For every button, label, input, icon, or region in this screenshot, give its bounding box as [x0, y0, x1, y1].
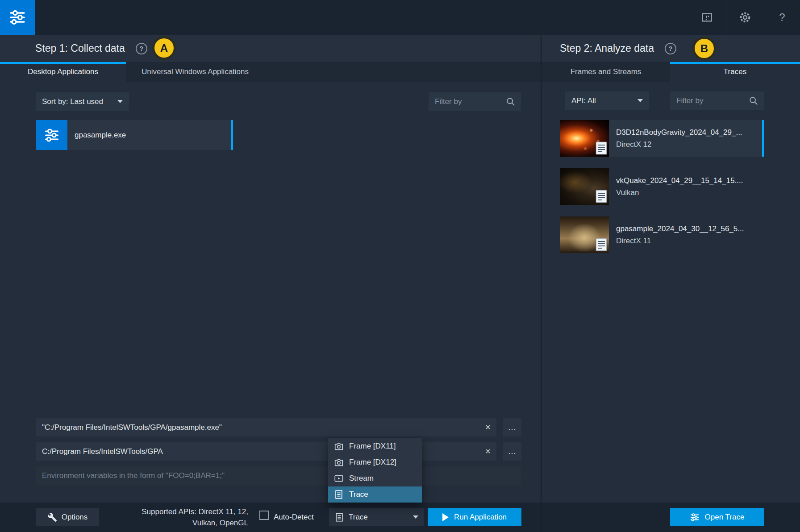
menu-item-label: Stream	[349, 474, 374, 483]
play-icon	[442, 513, 449, 521]
app-logo[interactable]	[0, 0, 35, 35]
step1-badge: A	[152, 36, 176, 60]
app-filter	[429, 92, 521, 111]
trace-item-gpasample[interactable]: gpasample_2024_04_30__12_56_5... DirectX…	[560, 216, 764, 253]
run-application-button[interactable]: Run Application	[428, 508, 521, 526]
settings-button[interactable]	[726, 0, 764, 35]
gpa-sliders-icon	[44, 127, 60, 143]
environment-variables-input[interactable]	[36, 471, 521, 480]
trace-document-icon	[334, 490, 344, 499]
app-filter-input[interactable]	[434, 97, 506, 107]
analyze-tabstrip: Frames and Streams Traces	[542, 62, 800, 82]
tab-universal-windows-applications[interactable]: Universal Windows Applications	[126, 62, 264, 82]
collect-tabstrip: Desktop Applications Universal Windows A…	[0, 62, 541, 82]
gpa-sliders-icon	[8, 8, 26, 26]
launch-section-divider	[0, 406, 541, 406]
trace-filter	[670, 91, 764, 110]
chevron-down-icon	[638, 99, 643, 102]
top-bar: ?	[0, 0, 800, 35]
api-filter-dropdown[interactable]: API: All	[565, 91, 649, 110]
menu-item-stream[interactable]: Stream	[328, 470, 422, 486]
browse-working-directory-button[interactable]: ...	[503, 442, 521, 461]
tab-label: Traces	[724, 67, 746, 76]
trace-document-icon	[334, 512, 344, 522]
trace-meta: D3D12nBodyGravity_2024_04_29_... DirectX…	[616, 120, 742, 157]
supported-apis-line1: Supported APIs: DirectX 11, 12,	[137, 506, 248, 517]
tab-label: Desktop Applications	[28, 67, 98, 76]
trace-api: DirectX 12	[616, 140, 742, 149]
chevron-down-icon	[117, 100, 123, 103]
open-trace-icon	[690, 512, 700, 522]
step1-help-icon[interactable]: ?	[136, 43, 147, 54]
clear-executable-path-button[interactable]: ✕	[479, 423, 496, 432]
step2-header: Step 2: Analyze data ?	[542, 35, 800, 62]
trace-meta: vkQuake_2024_04_29__15_14_15.... Vulkan	[616, 168, 743, 205]
trace-filter-input[interactable]	[675, 96, 749, 106]
launch-mode-dropdown[interactable]: Trace	[329, 508, 424, 526]
trace-api: Vulkan	[616, 188, 743, 197]
step2-badge: B	[692, 37, 716, 60]
film-icon	[334, 474, 344, 483]
tab-label: Frames and Streams	[571, 67, 642, 76]
launch-mode-menu: Frame [DX11] Frame [DX12] Stream Tra	[328, 438, 422, 503]
step2-title: Step 2: Analyze data	[560, 42, 654, 54]
working-directory-field: ✕	[36, 442, 496, 461]
menu-item-frame-dx11[interactable]: Frame [DX11]	[328, 438, 422, 454]
help-icon: ?	[779, 11, 785, 24]
app-list-item-gpasample[interactable]: gpasample.exe	[36, 120, 233, 150]
app-name: gpasample.exe	[75, 131, 126, 140]
clear-working-directory-button[interactable]: ✕	[479, 447, 496, 456]
search-icon	[506, 97, 516, 107]
api-filter-label: API: All	[571, 96, 596, 105]
trace-file-icon	[596, 238, 607, 251]
chevron-down-icon	[413, 515, 418, 519]
intel-gpa-window: ? Step 1: Collect data ? A Step 2: Analy…	[0, 0, 800, 532]
trace-item-vkquake[interactable]: vkQuake_2024_04_29__15_14_15.... Vulkan	[560, 168, 764, 205]
trace-name: D3D12nBodyGravity_2024_04_29_...	[616, 128, 742, 137]
auto-detect-checkbox[interactable]	[259, 511, 269, 520]
trace-name: gpasample_2024_04_30__12_56_5...	[616, 224, 744, 233]
trace-meta: gpasample_2024_04_30__12_56_5... DirectX…	[616, 216, 744, 253]
environment-variables-field	[36, 466, 521, 485]
options-button[interactable]: Options	[36, 508, 99, 526]
auto-detect-label: Auto-Detect	[274, 503, 314, 532]
executable-path-input[interactable]	[36, 423, 479, 432]
launch-mode-label: Trace	[349, 513, 368, 522]
executable-path-field: ✕	[36, 418, 496, 436]
wrench-icon	[47, 512, 57, 522]
app-icon	[36, 120, 67, 150]
supported-apis-text: Supported APIs: DirectX 11, 12, Vulkan, …	[137, 506, 248, 528]
search-icon	[749, 96, 758, 106]
bottom-toolbar: Options Supported APIs: DirectX 11, 12, …	[0, 503, 800, 532]
menu-item-frame-dx12[interactable]: Frame [DX12]	[328, 454, 422, 470]
supported-apis-line2: Vulkan, OpenGL	[137, 517, 248, 528]
step1-header: Step 1: Collect data ?	[0, 35, 541, 62]
open-trace-button[interactable]: Open Trace	[670, 508, 764, 526]
trace-name: vkQuake_2024_04_29__15_14_15....	[616, 176, 743, 185]
camera-icon	[334, 441, 344, 451]
gear-icon	[739, 11, 751, 24]
trace-file-icon	[596, 190, 607, 203]
feedback-button[interactable]	[688, 0, 726, 35]
trace-item-d3d12nbodygravity[interactable]: D3D12nBodyGravity_2024_04_29_... DirectX…	[560, 120, 764, 157]
menu-item-label: Trace	[349, 490, 368, 499]
run-application-label: Run Application	[454, 513, 507, 522]
browse-executable-button[interactable]: ...	[503, 418, 521, 436]
trace-thumbnail	[560, 120, 609, 157]
menu-item-label: Frame [DX11]	[349, 442, 396, 451]
tab-traces[interactable]: Traces	[670, 62, 800, 82]
camera-icon	[334, 457, 344, 467]
tab-frames-and-streams[interactable]: Frames and Streams	[542, 62, 670, 82]
step2-help-icon[interactable]: ?	[665, 43, 676, 54]
sort-by-label: Sort by: Last used	[42, 97, 103, 106]
menu-item-trace[interactable]: Trace	[328, 486, 422, 503]
help-button[interactable]: ?	[764, 0, 800, 35]
open-trace-label: Open Trace	[705, 513, 745, 522]
step1-title: Step 1: Collect data	[35, 42, 125, 54]
sort-by-dropdown[interactable]: Sort by: Last used	[36, 92, 129, 111]
tab-label: Universal Windows Applications	[142, 67, 249, 76]
options-label: Options	[62, 513, 88, 522]
tab-desktop-applications[interactable]: Desktop Applications	[0, 62, 126, 82]
trace-file-icon	[596, 141, 607, 155]
panel-divider	[541, 35, 542, 532]
